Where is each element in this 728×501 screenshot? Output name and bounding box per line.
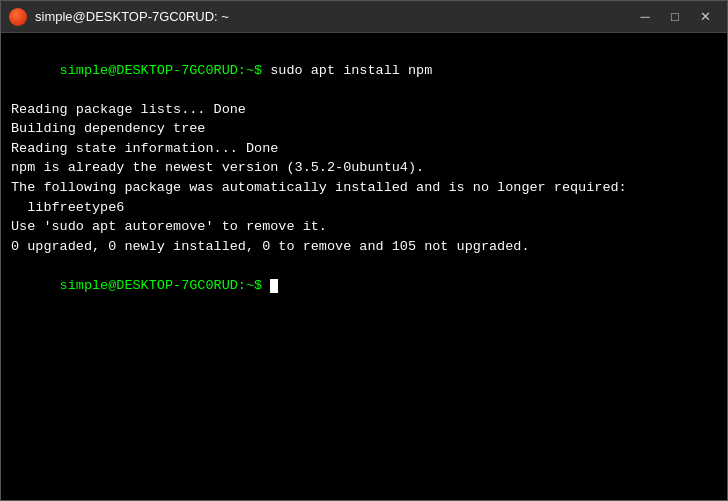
output-line-5: The following package was automatically …: [11, 178, 717, 198]
titlebar-left: simple@DESKTOP-7GC0RUD: ~: [9, 8, 229, 26]
output-line-6: libfreetype6: [11, 198, 717, 218]
window-icon: [9, 8, 27, 26]
command-line-1: simple@DESKTOP-7GC0RUD:~$ sudo apt insta…: [11, 41, 717, 100]
output-line-8: 0 upgraded, 0 newly installed, 0 to remo…: [11, 237, 717, 257]
prompt-line-current: simple@DESKTOP-7GC0RUD:~$: [11, 256, 717, 315]
prompt-current: simple@DESKTOP-7GC0RUD:~$: [60, 278, 271, 293]
terminal-body[interactable]: simple@DESKTOP-7GC0RUD:~$ sudo apt insta…: [1, 33, 727, 500]
close-button[interactable]: ✕: [691, 6, 719, 28]
cursor: [270, 279, 278, 293]
minimize-button[interactable]: ─: [631, 6, 659, 28]
prompt-1: simple@DESKTOP-7GC0RUD:~$: [60, 63, 271, 78]
terminal-window: simple@DESKTOP-7GC0RUD: ~ ─ □ ✕ simple@D…: [0, 0, 728, 501]
titlebar-controls: ─ □ ✕: [631, 6, 719, 28]
output-line-4: npm is already the newest version (3.5.2…: [11, 158, 717, 178]
output-line-3: Reading state information... Done: [11, 139, 717, 159]
output-line-1: Reading package lists... Done: [11, 100, 717, 120]
window-title: simple@DESKTOP-7GC0RUD: ~: [35, 9, 229, 24]
maximize-button[interactable]: □: [661, 6, 689, 28]
output-line-7: Use 'sudo apt autoremove' to remove it.: [11, 217, 717, 237]
command-text-1: sudo apt install npm: [270, 63, 432, 78]
output-line-2: Building dependency tree: [11, 119, 717, 139]
titlebar: simple@DESKTOP-7GC0RUD: ~ ─ □ ✕: [1, 1, 727, 33]
